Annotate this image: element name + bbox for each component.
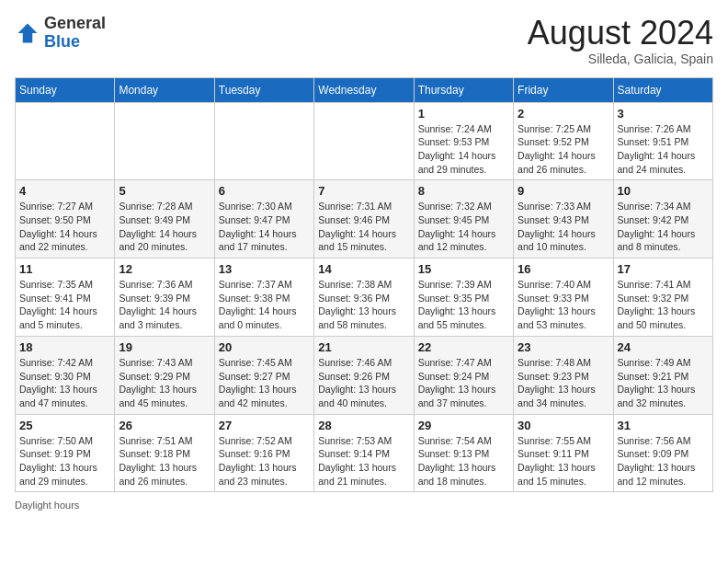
calendar-cell: 13Sunrise: 7:37 AMSunset: 9:38 PMDayligh… [214, 259, 313, 337]
day-info: Sunrise: 7:52 AMSunset: 9:16 PMDaylight:… [219, 434, 310, 488]
footer-label: Daylight hours [15, 500, 79, 511]
day-info: Sunrise: 7:48 AMSunset: 9:23 PMDaylight:… [518, 356, 609, 410]
logo: General Blue [15, 15, 106, 52]
calendar-cell: 26Sunrise: 7:51 AMSunset: 9:18 PMDayligh… [115, 414, 214, 492]
logo-icon [15, 20, 40, 46]
calendar-cell: 3Sunrise: 7:26 AMSunset: 9:51 PMDaylight… [613, 102, 712, 180]
day-number: 22 [418, 340, 509, 354]
calendar-cell: 17Sunrise: 7:41 AMSunset: 9:32 PMDayligh… [613, 259, 712, 337]
day-number: 18 [19, 340, 110, 354]
day-info: Sunrise: 7:38 AMSunset: 9:36 PMDaylight:… [318, 278, 409, 332]
calendar-cell: 1Sunrise: 7:24 AMSunset: 9:53 PMDaylight… [414, 102, 513, 180]
calendar-cell: 28Sunrise: 7:53 AMSunset: 9:14 PMDayligh… [314, 414, 414, 492]
day-info: Sunrise: 7:25 AMSunset: 9:52 PMDaylight:… [518, 122, 609, 177]
calendar-table: SundayMondayTuesdayWednesdayThursdayFrid… [15, 77, 713, 493]
day-number: 11 [19, 262, 110, 276]
day-number: 2 [518, 107, 609, 121]
day-info: Sunrise: 7:31 AMSunset: 9:46 PMDaylight:… [318, 200, 409, 254]
day-number: 15 [418, 262, 509, 276]
day-info: Sunrise: 7:24 AMSunset: 9:53 PMDaylight:… [418, 122, 509, 177]
day-info: Sunrise: 7:39 AMSunset: 9:35 PMDaylight:… [418, 278, 509, 332]
weekday-header-sunday: Sunday [16, 77, 115, 102]
calendar-cell: 4Sunrise: 7:27 AMSunset: 9:50 PMDaylight… [16, 180, 115, 259]
day-number: 3 [618, 107, 709, 121]
weekday-header-friday: Friday [514, 77, 613, 102]
day-number: 21 [318, 340, 409, 354]
calendar-week-row: 1Sunrise: 7:24 AMSunset: 9:53 PMDaylight… [16, 102, 713, 180]
day-info: Sunrise: 7:50 AMSunset: 9:19 PMDaylight:… [19, 434, 110, 488]
calendar-cell: 12Sunrise: 7:36 AMSunset: 9:39 PMDayligh… [115, 259, 214, 337]
day-number: 19 [119, 340, 210, 354]
day-number: 27 [219, 419, 310, 432]
calendar-week-row: 18Sunrise: 7:42 AMSunset: 9:30 PMDayligh… [16, 336, 713, 414]
day-number: 7 [318, 184, 409, 198]
day-info: Sunrise: 7:35 AMSunset: 9:41 PMDaylight:… [19, 278, 110, 332]
calendar-cell: 22Sunrise: 7:47 AMSunset: 9:24 PMDayligh… [414, 336, 513, 414]
calendar-week-row: 4Sunrise: 7:27 AMSunset: 9:50 PMDaylight… [16, 180, 713, 259]
logo-blue-text: Blue [44, 32, 80, 51]
day-number: 29 [418, 419, 509, 432]
calendar-cell: 30Sunrise: 7:55 AMSunset: 9:11 PMDayligh… [514, 414, 613, 492]
day-info: Sunrise: 7:30 AMSunset: 9:47 PMDaylight:… [219, 200, 310, 254]
day-info: Sunrise: 7:41 AMSunset: 9:32 PMDaylight:… [618, 278, 709, 332]
day-info: Sunrise: 7:42 AMSunset: 9:30 PMDaylight:… [19, 356, 110, 410]
day-info: Sunrise: 7:28 AMSunset: 9:49 PMDaylight:… [119, 200, 210, 254]
day-number: 30 [518, 419, 609, 432]
calendar-header: SundayMondayTuesdayWednesdayThursdayFrid… [16, 77, 713, 102]
day-number: 16 [518, 262, 609, 276]
day-info: Sunrise: 7:37 AMSunset: 9:38 PMDaylight:… [219, 278, 310, 332]
calendar-cell: 16Sunrise: 7:40 AMSunset: 9:33 PMDayligh… [514, 259, 613, 337]
footer: Daylight hours [15, 500, 713, 511]
weekday-header-wednesday: Wednesday [314, 77, 414, 102]
day-info: Sunrise: 7:40 AMSunset: 9:33 PMDaylight:… [518, 278, 609, 332]
calendar-cell [214, 102, 313, 180]
day-info: Sunrise: 7:27 AMSunset: 9:50 PMDaylight:… [19, 200, 110, 254]
day-number: 23 [518, 340, 609, 354]
day-info: Sunrise: 7:55 AMSunset: 9:11 PMDaylight:… [518, 434, 609, 488]
day-number: 6 [219, 184, 310, 198]
weekday-header-saturday: Saturday [613, 77, 712, 102]
calendar-cell: 8Sunrise: 7:32 AMSunset: 9:45 PMDaylight… [414, 180, 513, 259]
calendar-cell: 15Sunrise: 7:39 AMSunset: 9:35 PMDayligh… [414, 259, 513, 337]
day-number: 20 [219, 340, 310, 354]
calendar-cell [115, 102, 214, 180]
day-number: 17 [618, 262, 709, 276]
calendar-cell: 23Sunrise: 7:48 AMSunset: 9:23 PMDayligh… [514, 336, 613, 414]
day-info: Sunrise: 7:49 AMSunset: 9:21 PMDaylight:… [618, 356, 709, 410]
day-info: Sunrise: 7:47 AMSunset: 9:24 PMDaylight:… [418, 356, 509, 410]
day-number: 26 [119, 419, 210, 432]
logo-general-text: General [44, 14, 106, 32]
title-block: August 2024 Silleda, Galicia, Spain [528, 15, 713, 66]
day-number: 14 [318, 262, 409, 276]
day-number: 10 [618, 184, 709, 198]
day-number: 24 [618, 340, 709, 354]
calendar-cell: 24Sunrise: 7:49 AMSunset: 9:21 PMDayligh… [613, 336, 712, 414]
day-info: Sunrise: 7:45 AMSunset: 9:27 PMDaylight:… [219, 356, 310, 410]
day-info: Sunrise: 7:26 AMSunset: 9:51 PMDaylight:… [618, 122, 709, 177]
calendar-cell: 25Sunrise: 7:50 AMSunset: 9:19 PMDayligh… [16, 414, 115, 492]
calendar-cell [314, 102, 414, 180]
calendar-cell: 27Sunrise: 7:52 AMSunset: 9:16 PMDayligh… [214, 414, 313, 492]
day-number: 4 [19, 184, 110, 198]
calendar-cell: 19Sunrise: 7:43 AMSunset: 9:29 PMDayligh… [115, 336, 214, 414]
day-number: 25 [19, 419, 110, 432]
calendar-cell: 11Sunrise: 7:35 AMSunset: 9:41 PMDayligh… [16, 259, 115, 337]
page-header: General Blue August 2024 Silleda, Galici… [15, 15, 713, 66]
calendar-cell: 10Sunrise: 7:34 AMSunset: 9:42 PMDayligh… [613, 180, 712, 259]
weekday-header-thursday: Thursday [414, 77, 513, 102]
day-info: Sunrise: 7:32 AMSunset: 9:45 PMDaylight:… [418, 200, 509, 254]
weekday-header-row: SundayMondayTuesdayWednesdayThursdayFrid… [16, 77, 713, 102]
day-info: Sunrise: 7:43 AMSunset: 9:29 PMDaylight:… [119, 356, 210, 410]
svg-marker-0 [18, 23, 38, 42]
location-text: Silleda, Galicia, Spain [528, 52, 713, 66]
day-info: Sunrise: 7:36 AMSunset: 9:39 PMDaylight:… [119, 278, 210, 332]
weekday-header-monday: Monday [115, 77, 214, 102]
day-info: Sunrise: 7:54 AMSunset: 9:13 PMDaylight:… [418, 434, 509, 488]
calendar-week-row: 25Sunrise: 7:50 AMSunset: 9:19 PMDayligh… [16, 414, 713, 492]
day-number: 28 [318, 419, 409, 432]
calendar-cell: 14Sunrise: 7:38 AMSunset: 9:36 PMDayligh… [314, 259, 414, 337]
calendar-body: 1Sunrise: 7:24 AMSunset: 9:53 PMDaylight… [16, 102, 713, 492]
day-info: Sunrise: 7:33 AMSunset: 9:43 PMDaylight:… [518, 200, 609, 254]
weekday-header-tuesday: Tuesday [214, 77, 313, 102]
day-number: 12 [119, 262, 210, 276]
